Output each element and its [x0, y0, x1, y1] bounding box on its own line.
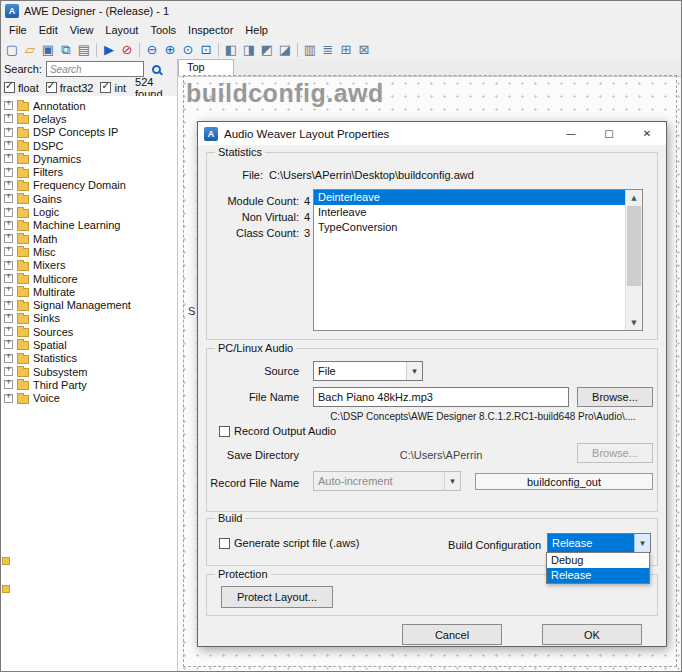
distribute-v-icon[interactable]: ≣ — [319, 41, 337, 59]
dropdown-option[interactable]: Debug — [547, 553, 649, 568]
expand-icon[interactable] — [4, 168, 13, 177]
expand-icon[interactable] — [4, 314, 13, 323]
zoom-in-icon[interactable]: ⊕ — [161, 41, 179, 59]
module-list-item[interactable]: Deinterleave — [314, 190, 625, 205]
ok-button[interactable]: OK — [542, 624, 642, 645]
dropdown-option[interactable]: Release — [547, 568, 649, 583]
record-file-name-field[interactable]: buildconfig_out — [475, 473, 653, 490]
build-configuration-combo[interactable]: Release — [547, 533, 651, 553]
print-icon[interactable]: ▤ — [75, 41, 93, 59]
scroll-down-icon[interactable] — [626, 315, 642, 330]
tree-item[interactable]: Frequency Domain — [1, 179, 177, 192]
dropdown-arrow-icon[interactable] — [406, 362, 422, 380]
tree-item[interactable]: Machine Learning — [1, 219, 177, 232]
tree-item[interactable]: DSP Concepts IP — [1, 126, 177, 139]
menu-item[interactable]: View — [64, 23, 100, 37]
menu-item[interactable]: File — [3, 23, 33, 37]
expand-icon[interactable] — [4, 340, 13, 349]
title-bar[interactable]: A AWE Designer - (Release) - 1 — [1, 1, 681, 21]
dropdown-arrow-icon[interactable] — [634, 534, 650, 552]
minimize-button[interactable]: — — [552, 122, 590, 145]
expand-icon[interactable] — [4, 274, 13, 283]
expand-icon[interactable] — [4, 114, 13, 123]
tree-item[interactable]: Signal Management — [1, 298, 177, 311]
save-all-icon[interactable]: ⧉ — [57, 41, 75, 59]
expand-icon[interactable] — [4, 327, 13, 336]
menu-item[interactable]: Help — [239, 23, 274, 37]
dialog-title-bar[interactable]: A Audio Weaver Layout Properties —□✕ — [198, 122, 666, 145]
module-list-item[interactable]: Interleave — [314, 205, 625, 220]
expand-icon[interactable] — [4, 287, 13, 296]
tree-item[interactable]: Statistics — [1, 352, 177, 365]
tree-item[interactable]: Mixers — [1, 259, 177, 272]
tree-item[interactable]: Gains — [1, 192, 177, 205]
generate-script-checkbox[interactable] — [219, 538, 230, 549]
tree-item[interactable]: Logic — [1, 205, 177, 218]
tree-item[interactable]: DSPC — [1, 139, 177, 152]
search-input[interactable] — [46, 61, 144, 77]
generate-script-checkbox-row[interactable]: Generate script file (.aws) — [219, 537, 359, 549]
zoom-out-icon[interactable]: ⊖ — [143, 41, 161, 59]
expand-icon[interactable] — [4, 181, 13, 190]
type-filter[interactable]: float — [4, 82, 39, 94]
expand-icon[interactable] — [4, 354, 13, 363]
record-output-checkbox-row[interactable]: Record Output Audio — [219, 425, 336, 437]
tree-item[interactable]: Delays — [1, 112, 177, 125]
file-name-field[interactable]: Bach Piano 48kHz.mp3 — [313, 387, 569, 407]
checkbox[interactable] — [100, 82, 111, 93]
tree-item[interactable]: Third Party — [1, 378, 177, 391]
expand-icon[interactable] — [4, 221, 13, 230]
menu-item[interactable]: Inspector — [182, 23, 239, 37]
record-file-mode-combo[interactable]: Auto-increment — [313, 471, 461, 491]
tree-item[interactable]: Dynamics — [1, 152, 177, 165]
save-icon[interactable]: ▣ — [39, 41, 57, 59]
scroll-up-icon[interactable] — [626, 190, 642, 205]
zoom-actual-icon[interactable]: ⊙ — [179, 41, 197, 59]
expand-icon[interactable] — [4, 261, 13, 270]
align-right-icon[interactable]: ◨ — [240, 41, 258, 59]
expand-icon[interactable] — [4, 208, 13, 217]
expand-icon[interactable] — [4, 380, 13, 389]
tree-item[interactable]: Voice — [1, 392, 177, 405]
record-output-checkbox[interactable] — [219, 426, 230, 437]
tree-item[interactable]: Misc — [1, 245, 177, 258]
tree-item[interactable]: Sources — [1, 325, 177, 338]
expand-icon[interactable] — [4, 247, 13, 256]
open-icon[interactable]: ▱ — [21, 41, 39, 59]
type-filter[interactable]: fract32 — [46, 82, 94, 94]
expand-icon[interactable] — [4, 141, 13, 150]
align-top-icon[interactable]: ◩ — [258, 41, 276, 59]
protect-layout-button[interactable]: Protect Layout... — [221, 586, 333, 608]
dock-icon[interactable] — [2, 585, 10, 593]
dock-icon[interactable] — [2, 557, 10, 565]
align-bottom-icon[interactable]: ◪ — [276, 41, 294, 59]
route-icon[interactable]: ⊠ — [355, 41, 373, 59]
tree-item[interactable]: Multicore — [1, 272, 177, 285]
browse-directory-button[interactable]: Browse... — [577, 443, 653, 463]
menu-item[interactable]: Layout — [99, 23, 144, 37]
grid-icon[interactable]: ⊞ — [337, 41, 355, 59]
tree-item[interactable]: Sinks — [1, 312, 177, 325]
expand-icon[interactable] — [4, 101, 13, 110]
expand-icon[interactable] — [4, 301, 13, 310]
checkbox[interactable] — [46, 82, 57, 93]
halt-audio-icon[interactable]: ⊘ — [118, 41, 136, 59]
menu-item[interactable]: Tools — [144, 23, 182, 37]
tree-item[interactable]: Math — [1, 232, 177, 245]
tab-top[interactable]: Top — [178, 59, 234, 76]
new-icon[interactable]: ▢ — [3, 41, 21, 59]
type-filter[interactable]: int — [100, 82, 126, 94]
close-button[interactable]: ✕ — [628, 122, 666, 145]
listbox-scrollbar[interactable] — [625, 190, 642, 330]
align-left-icon[interactable]: ◧ — [222, 41, 240, 59]
expand-icon[interactable] — [4, 194, 13, 203]
tree-item[interactable]: Subsystem — [1, 365, 177, 378]
source-combo[interactable]: File — [313, 361, 423, 381]
cancel-button[interactable]: Cancel — [402, 624, 502, 645]
tree-item[interactable]: Spatial — [1, 338, 177, 351]
expand-icon[interactable] — [4, 154, 13, 163]
tree-item[interactable]: Multirate — [1, 285, 177, 298]
expand-icon[interactable] — [4, 394, 13, 403]
distribute-h-icon[interactable]: ▥ — [301, 41, 319, 59]
checkbox[interactable] — [4, 82, 15, 93]
